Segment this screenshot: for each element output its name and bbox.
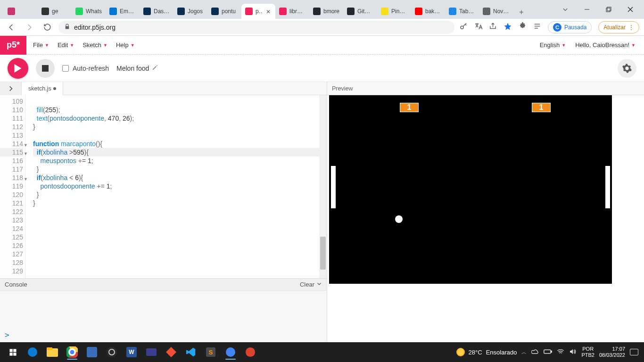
console-clear-button[interactable]: Clear [300,281,322,288]
nav-back-button[interactable] [5,21,18,34]
translate-icon[interactable] [474,22,482,32]
taskbar-app-generic-1[interactable] [84,344,100,360]
browser-tab[interactable]: Email – [106,4,140,19]
update-pill[interactable]: Atualizar ⋮ [598,21,639,33]
code-line[interactable]: } [33,190,327,199]
browser-tab[interactable]: pontu [207,4,241,19]
close-icon[interactable]: ✕ [266,8,272,14]
taskbar-app-generic-3[interactable] [242,344,258,360]
p5-logo[interactable]: p5* [0,36,26,55]
taskbar-weather[interactable]: 28°C Ensolarado [456,348,517,356]
onedrive-icon[interactable] [531,349,539,355]
code-line[interactable]: function marcaponto(){ [33,140,327,148]
browser-tab[interactable]: ge [38,4,72,19]
url-input[interactable]: editor.p5js.org [58,21,454,34]
browser-tab[interactable]: Jogos [173,4,207,19]
system-tray[interactable]: ︿ [521,348,577,356]
start-button[interactable] [3,342,23,362]
code-line[interactable]: } [33,165,327,173]
fold-arrow-icon[interactable]: ▼ [24,175,28,183]
play-button[interactable] [8,58,28,79]
share-icon[interactable] [489,22,497,32]
nav-forward-button[interactable] [23,21,36,34]
window-maximize-button[interactable] [598,2,619,16]
code-line[interactable]: } [33,123,327,131]
browser-tab[interactable]: bmore [309,4,343,19]
taskbar-language[interactable]: POR PTB2 [581,346,594,358]
extensions-icon[interactable] [519,22,527,32]
browser-tab[interactable]: Dashb [140,4,173,19]
taskbar-app-chrome[interactable] [64,344,80,360]
code-line[interactable] [33,241,327,250]
code-content[interactable]: fill(255); text(pontosdooponente, 470, 2… [25,95,327,278]
code-line[interactable] [33,131,327,140]
volume-icon[interactable] [569,348,577,356]
taskbar-app-sublime[interactable]: S [203,344,219,360]
browser-tab[interactable]: Tabela [445,4,479,19]
code-line[interactable]: } [33,199,327,207]
code-line[interactable]: if(xbolinha < 6){ [33,173,327,182]
reading-list-icon[interactable] [533,22,541,32]
taskbar-app-git[interactable] [163,344,179,360]
scrollbar-track[interactable] [319,95,327,278]
code-line[interactable] [33,224,327,233]
language-menu[interactable]: English▼ [540,41,566,49]
browser-tab[interactable]: baki re [411,4,445,19]
notifications-icon[interactable] [630,349,638,355]
profile-paused-pill[interactable]: C Pausada [548,21,592,33]
code-line[interactable] [33,216,327,224]
browser-tab[interactable]: Whats [72,4,106,19]
taskbar-app-vscode[interactable] [183,344,199,360]
browser-tab[interactable]: p5.j✕ [241,4,275,19]
code-line[interactable]: meuspontos += 1; [33,156,327,165]
fold-arrow-icon[interactable]: ▼ [24,149,28,158]
p5-menu-help[interactable]: Help▼ [116,41,135,49]
file-tab-sketch[interactable]: sketch.js [22,82,63,95]
stop-button[interactable] [36,59,55,78]
settings-button[interactable] [618,59,636,78]
code-line[interactable]: pontosdooponente += 1; [33,182,327,190]
browser-tab[interactable]: Ping-d [377,4,411,19]
taskbar-clock[interactable]: 17:07 08/03/2022 [599,346,625,358]
code-line[interactable]: if(xbolinha >595){ [33,148,327,156]
code-line[interactable] [33,233,327,241]
code-line[interactable] [33,267,327,275]
code-line[interactable] [33,250,327,258]
browser-tab[interactable]: librarie [275,4,309,19]
browser-tab[interactable] [4,4,38,19]
code-line[interactable] [33,207,327,216]
window-minimize-button[interactable] [576,2,598,16]
p5-menu-file[interactable]: File▼ [33,41,49,49]
taskbar-app-explorer[interactable] [44,344,60,360]
p5-menu-edit[interactable]: Edit▼ [58,41,74,49]
taskbar-app-edge[interactable] [25,344,41,360]
fold-arrow-icon[interactable]: ▼ [24,141,28,149]
taskbar-app-chrome-2[interactable] [223,344,239,360]
taskbar-app-word[interactable]: W [124,344,140,360]
browser-tab[interactable]: Nova g [479,4,513,19]
code-line[interactable]: fill(255); [33,106,327,114]
key-icon[interactable] [459,22,468,33]
scrollbar-thumb[interactable] [320,237,326,270]
sketch-name[interactable]: Melon food [116,65,158,72]
window-close-button[interactable] [619,2,641,16]
code-line[interactable] [33,97,327,106]
user-menu[interactable]: Hello, CaioBressan!▼ [575,41,636,49]
console-body[interactable]: > [0,290,327,342]
p5-menu-sketch[interactable]: Sketch▼ [83,41,107,49]
bookmark-star-icon[interactable] [504,22,512,33]
nav-reload-button[interactable] [41,21,54,34]
chrome-chevron-icon[interactable] [554,2,576,16]
taskbar-app-generic-2[interactable] [143,344,159,360]
battery-icon[interactable] [544,349,552,355]
game-canvas[interactable]: 1 1 [329,95,612,284]
code-line[interactable]: text(pontosdooponente, 470, 26); [33,114,327,123]
taskbar-app-obs[interactable] [104,344,120,360]
code-line[interactable] [33,258,327,267]
browser-tab[interactable]: GitHub [343,4,377,19]
wifi-icon[interactable] [557,348,564,356]
new-tab-button[interactable]: + [515,6,528,19]
tray-chevron-up-icon[interactable]: ︿ [521,349,527,356]
code-editor[interactable]: 109110111112113114▼115▼116117118▼1191201… [0,95,327,278]
autorefresh-toggle[interactable]: Auto-refresh [62,65,109,72]
